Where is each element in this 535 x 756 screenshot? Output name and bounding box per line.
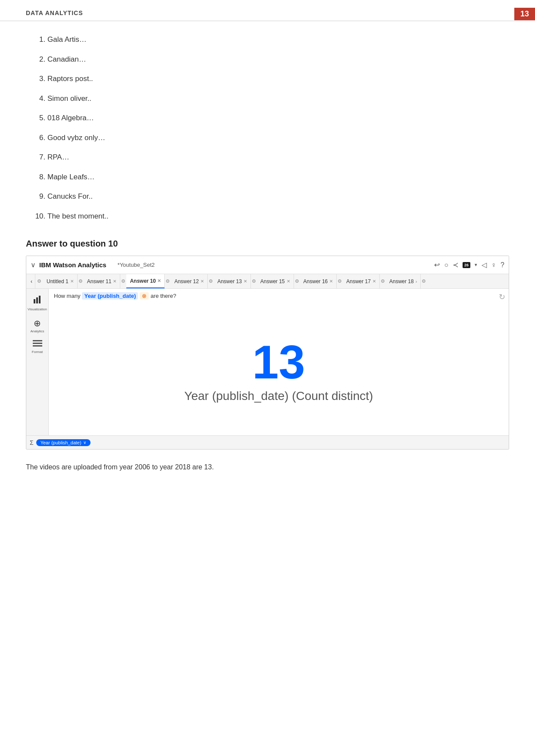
tab-close-icon[interactable]: ✕: [200, 279, 204, 284]
tab-gear-icon[interactable]: ⚙: [121, 278, 125, 284]
bottom-tag[interactable]: Year (publish_date) ∨: [36, 439, 91, 446]
svg-rect-5: [33, 345, 42, 347]
watson-sidebar: Visualization ⊕ Analytics Format: [26, 289, 49, 435]
svg-rect-3: [33, 340, 42, 341]
tab-settings-icon[interactable]: ⚙: [35, 278, 43, 284]
tab-label: Answer 15: [260, 278, 285, 284]
tab-close-icon[interactable]: ✕: [70, 279, 74, 284]
person-icon[interactable]: ♀: [491, 261, 496, 269]
tab-answer11[interactable]: Answer 11 ✕: [84, 274, 121, 288]
tab-close-icon[interactable]: ✕: [113, 279, 116, 284]
answer-text: The videos are uploaded from year 2006 t…: [26, 457, 509, 473]
answer-heading: Answer to question 10: [26, 239, 509, 249]
tab-gear-icon[interactable]: ⚙: [381, 278, 385, 284]
sigma-icon: Σ: [30, 439, 34, 446]
tab-close-icon[interactable]: ✕: [157, 278, 161, 283]
list-item: RPA…: [47, 147, 501, 167]
question-suffix: are there?: [150, 293, 176, 299]
tab-gear-icon[interactable]: ⚙: [295, 278, 299, 284]
list-item: 018 Algebra…: [47, 108, 501, 128]
share-icon[interactable]: ≺: [453, 261, 458, 269]
page-number-badge: 13: [514, 8, 535, 20]
svg-rect-2: [39, 296, 41, 303]
page-header: DATA ANALYTICS: [0, 0, 535, 21]
list-item: Simon oliver..: [47, 89, 501, 109]
question-highlight: Year (publish_date): [82, 292, 138, 300]
question-prefix: How many: [54, 293, 80, 299]
question-bar: How many Year (publish_date) ⊗ are there…: [54, 292, 504, 300]
svg-rect-1: [36, 297, 38, 303]
page-title: DATA ANALYTICS: [26, 9, 509, 16]
tab-close-icon[interactable]: ✕: [287, 279, 290, 284]
sidebar-label-format: Format: [32, 350, 43, 354]
watson-tabs-bar: ‹ ⚙ Untitled 1 ✕ ⚙ Answer 11 ✕ ⚙ Answer …: [26, 274, 509, 289]
tab-label: Answer 13: [217, 278, 242, 284]
tab-gear-icon[interactable]: ⚙: [78, 278, 83, 284]
list-item: Canucks For..: [47, 187, 501, 206]
sidebar-label-analytics: Analytics: [30, 329, 44, 333]
numbered-list: Gala Artis… Canadian… Raptors post.. Sim…: [34, 30, 501, 226]
tab-label: Answer 10: [130, 278, 156, 284]
format-icon: [33, 340, 42, 349]
undo-icon[interactable]: ↩: [434, 261, 440, 269]
list-item: The best moment..: [47, 206, 501, 226]
tab-answer10[interactable]: Answer 10 ✕: [126, 274, 165, 288]
question-filter-icon[interactable]: ⊗: [140, 292, 149, 300]
tab-label: Answer 18: [389, 278, 414, 284]
watson-dataset: *Youtube_Set2: [118, 262, 155, 268]
tab-answer16[interactable]: Answer 16 ✕: [300, 274, 337, 288]
tab-answer13[interactable]: Answer 13 ✕: [214, 274, 251, 288]
bottom-tag-label: Year (publish_date): [41, 440, 81, 445]
tab-close-icon[interactable]: ✕: [372, 279, 376, 284]
help-icon[interactable]: ?: [501, 261, 504, 269]
refresh-icon[interactable]: ↻: [499, 292, 505, 302]
tab-answer12[interactable]: Answer 12 ✕: [171, 274, 208, 288]
tab-untitled1[interactable]: Untitled 1 ✕: [43, 274, 78, 288]
watson-analytics-ui: ∨ IBM Watson Analytics *Youtube_Set2 ↩ ○…: [26, 256, 509, 450]
big-number: 13: [252, 338, 305, 386]
tab-gear-icon[interactable]: ⚙: [338, 278, 342, 284]
big-number-display: 13 Year (publish_date) (Count distinct): [54, 305, 504, 432]
tab-answer17[interactable]: Answer 17 ✕: [343, 274, 380, 288]
tab-label: Answer 17: [346, 278, 371, 284]
tab-more-icon[interactable]: ›: [416, 279, 417, 284]
answer-section: Answer to question 10 ∨ IBM Watson Analy…: [0, 230, 535, 473]
list-item: Raptors post..: [47, 69, 501, 89]
topbar-icons: ↩ ○ ≺ 26 ▾ ◁ ♀ ?: [434, 261, 504, 269]
svg-rect-0: [34, 299, 35, 303]
search-icon[interactable]: ○: [444, 261, 448, 269]
svg-rect-4: [33, 343, 42, 344]
visualization-icon: [33, 295, 42, 306]
tab-label: Answer 11: [87, 278, 112, 284]
collapse-icon[interactable]: ∨: [31, 261, 36, 269]
display-badge: 26: [463, 262, 470, 268]
back-icon[interactable]: ◁: [482, 261, 487, 269]
tab-close-icon[interactable]: ✕: [244, 279, 247, 284]
list-item: Good vybz only…: [47, 128, 501, 148]
tab-back-arrow[interactable]: ‹: [28, 274, 35, 288]
watson-bottombar: Σ Year (publish_date) ∨: [26, 435, 509, 449]
sidebar-item-format[interactable]: Format: [26, 337, 48, 356]
tab-answer18[interactable]: Answer 18 ›: [386, 274, 421, 288]
tab-gear-icon[interactable]: ⚙: [252, 278, 256, 284]
sidebar-item-analytics[interactable]: ⊕ Analytics: [26, 316, 48, 336]
tab-close-icon[interactable]: ✕: [329, 279, 333, 284]
tab-label: Answer 16: [303, 278, 328, 284]
tab-gear-icon[interactable]: ⚙: [166, 278, 170, 284]
list-item: Gala Artis…: [47, 30, 501, 50]
tab-gear-icon[interactable]: ⚙: [422, 278, 426, 284]
display-dropdown-icon[interactable]: ▾: [475, 262, 477, 268]
tab-label: Answer 12: [174, 278, 199, 284]
watson-content-area: How many Year (publish_date) ⊗ are there…: [49, 289, 509, 435]
sidebar-label-visualization: Visualization: [28, 307, 47, 311]
tab-gear-icon[interactable]: ⚙: [209, 278, 213, 284]
watson-topbar: ∨ IBM Watson Analytics *Youtube_Set2 ↩ ○…: [26, 256, 509, 274]
tab-answer15[interactable]: Answer 15 ✕: [257, 274, 294, 288]
tab-label: Untitled 1: [47, 278, 69, 284]
watson-main-area: Visualization ⊕ Analytics Format: [26, 289, 509, 435]
sidebar-item-visualization[interactable]: Visualization: [26, 292, 48, 314]
bottom-tag-chevron: ∨: [83, 440, 86, 445]
analytics-icon: ⊕: [34, 318, 41, 328]
watson-brand: IBM Watson Analytics: [39, 261, 106, 269]
list-section: Gala Artis… Canadian… Raptors post.. Sim…: [0, 21, 535, 230]
